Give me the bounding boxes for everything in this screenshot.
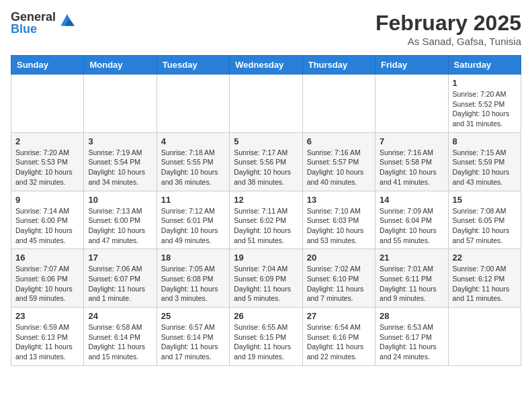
calendar-cell: 22Sunrise: 7:00 AM Sunset: 6:12 PM Dayli… (448, 249, 521, 308)
day-of-week-header: Monday (84, 56, 157, 75)
day-info: Sunrise: 7:17 AM Sunset: 5:56 PM Dayligh… (234, 148, 298, 187)
calendar-cell: 7Sunrise: 7:16 AM Sunset: 5:58 PM Daylig… (375, 132, 448, 191)
day-number: 4 (161, 136, 225, 146)
day-info: Sunrise: 7:11 AM Sunset: 6:02 PM Dayligh… (234, 206, 298, 246)
day-info: Sunrise: 7:05 AM Sunset: 6:08 PM Dayligh… (161, 264, 225, 304)
day-info: Sunrise: 7:13 AM Sunset: 6:00 PM Dayligh… (88, 206, 152, 246)
day-info: Sunrise: 7:00 AM Sunset: 6:12 PM Dayligh… (453, 264, 517, 304)
day-number: 11 (161, 195, 225, 205)
day-of-week-header: Wednesday (230, 56, 302, 75)
logo-general-text: General (11, 11, 56, 23)
calendar-week-row: 16Sunrise: 7:07 AM Sunset: 6:06 PM Dayli… (11, 249, 521, 308)
calendar-cell: 5Sunrise: 7:17 AM Sunset: 5:56 PM Daylig… (230, 132, 302, 191)
day-number: 22 (453, 253, 517, 263)
calendar-cell (157, 75, 229, 133)
calendar-cell (302, 75, 375, 133)
calendar-cell: 24Sunrise: 6:58 AM Sunset: 6:14 PM Dayli… (84, 308, 157, 366)
day-number: 17 (88, 253, 152, 263)
calendar-cell: 17Sunrise: 7:06 AM Sunset: 6:07 PM Dayli… (84, 249, 157, 308)
calendar-cell: 6Sunrise: 7:16 AM Sunset: 5:57 PM Daylig… (302, 132, 375, 191)
calendar-header-row: SundayMondayTuesdayWednesdayThursdayFrid… (11, 56, 521, 75)
day-number: 21 (380, 253, 443, 263)
day-number: 6 (307, 136, 371, 146)
day-number: 8 (453, 136, 517, 146)
day-number: 27 (307, 311, 371, 321)
day-info: Sunrise: 7:20 AM Sunset: 5:53 PM Dayligh… (15, 148, 79, 187)
day-info: Sunrise: 6:58 AM Sunset: 6:14 PM Dayligh… (88, 322, 152, 362)
day-number: 5 (234, 136, 298, 146)
day-number: 16 (15, 253, 79, 263)
calendar-cell: 18Sunrise: 7:05 AM Sunset: 6:08 PM Dayli… (157, 249, 229, 308)
day-info: Sunrise: 7:15 AM Sunset: 5:59 PM Dayligh… (453, 148, 517, 187)
calendar-cell (448, 308, 521, 366)
calendar-cell: 11Sunrise: 7:12 AM Sunset: 6:01 PM Dayli… (157, 191, 229, 249)
page-header: General Blue February 2025 As Sanad, Gaf… (11, 11, 521, 47)
calendar-cell: 4Sunrise: 7:18 AM Sunset: 5:55 PM Daylig… (157, 132, 229, 191)
day-info: Sunrise: 6:53 AM Sunset: 6:17 PM Dayligh… (380, 322, 443, 362)
day-of-week-header: Thursday (302, 56, 375, 75)
day-number: 24 (88, 311, 152, 321)
calendar-cell: 16Sunrise: 7:07 AM Sunset: 6:06 PM Dayli… (11, 249, 84, 308)
day-number: 14 (380, 195, 443, 205)
day-info: Sunrise: 6:55 AM Sunset: 6:15 PM Dayligh… (234, 322, 298, 362)
day-of-week-header: Saturday (448, 56, 521, 75)
calendar-cell: 26Sunrise: 6:55 AM Sunset: 6:15 PM Dayli… (230, 308, 302, 366)
day-number: 9 (15, 195, 79, 205)
day-number: 23 (15, 311, 79, 321)
day-info: Sunrise: 7:16 AM Sunset: 5:58 PM Dayligh… (380, 148, 443, 187)
calendar-cell (375, 75, 448, 133)
day-of-week-header: Sunday (11, 56, 84, 75)
calendar-cell: 3Sunrise: 7:19 AM Sunset: 5:54 PM Daylig… (84, 132, 157, 191)
calendar-week-row: 1Sunrise: 7:20 AM Sunset: 5:52 PM Daylig… (11, 75, 521, 133)
calendar-cell: 27Sunrise: 6:54 AM Sunset: 6:16 PM Dayli… (302, 308, 375, 366)
calendar-cell: 2Sunrise: 7:20 AM Sunset: 5:53 PM Daylig… (11, 132, 84, 191)
calendar-cell: 23Sunrise: 6:59 AM Sunset: 6:13 PM Dayli… (11, 308, 84, 366)
day-info: Sunrise: 7:12 AM Sunset: 6:01 PM Dayligh… (161, 206, 225, 246)
logo-icon (60, 12, 75, 27)
day-info: Sunrise: 7:18 AM Sunset: 5:55 PM Dayligh… (161, 148, 225, 187)
logo-blue-text: Blue (11, 23, 56, 35)
day-info: Sunrise: 7:14 AM Sunset: 6:00 PM Dayligh… (15, 206, 79, 246)
day-info: Sunrise: 7:09 AM Sunset: 6:04 PM Dayligh… (380, 206, 443, 246)
calendar-cell: 10Sunrise: 7:13 AM Sunset: 6:00 PM Dayli… (84, 191, 157, 249)
day-of-week-header: Friday (375, 56, 448, 75)
calendar-cell: 14Sunrise: 7:09 AM Sunset: 6:04 PM Dayli… (375, 191, 448, 249)
day-number: 10 (88, 195, 152, 205)
calendar-cell: 21Sunrise: 7:01 AM Sunset: 6:11 PM Dayli… (375, 249, 448, 308)
day-number: 1 (453, 78, 517, 88)
day-number: 18 (161, 253, 225, 263)
calendar-cell: 28Sunrise: 6:53 AM Sunset: 6:17 PM Dayli… (375, 308, 448, 366)
day-number: 15 (453, 195, 517, 205)
day-info: Sunrise: 7:10 AM Sunset: 6:03 PM Dayligh… (307, 206, 371, 246)
calendar-cell: 8Sunrise: 7:15 AM Sunset: 5:59 PM Daylig… (448, 132, 521, 191)
calendar-cell: 15Sunrise: 7:08 AM Sunset: 6:05 PM Dayli… (448, 191, 521, 249)
calendar-week-row: 2Sunrise: 7:20 AM Sunset: 5:53 PM Daylig… (11, 132, 521, 191)
day-number: 28 (380, 311, 443, 321)
calendar-cell: 9Sunrise: 7:14 AM Sunset: 6:00 PM Daylig… (11, 191, 84, 249)
day-number: 19 (234, 253, 298, 263)
day-info: Sunrise: 7:08 AM Sunset: 6:05 PM Dayligh… (453, 206, 517, 246)
calendar-cell (230, 75, 302, 133)
calendar-cell (84, 75, 157, 133)
day-info: Sunrise: 7:19 AM Sunset: 5:54 PM Dayligh… (88, 148, 152, 187)
logo: General Blue (11, 11, 75, 35)
day-info: Sunrise: 6:54 AM Sunset: 6:16 PM Dayligh… (307, 322, 371, 362)
day-number: 26 (234, 311, 298, 321)
day-info: Sunrise: 7:20 AM Sunset: 5:52 PM Dayligh… (453, 89, 517, 129)
calendar-title: February 2025 (375, 11, 521, 36)
title-block: February 2025 As Sanad, Gafsa, Tunisia (375, 11, 521, 47)
calendar-cell: 19Sunrise: 7:04 AM Sunset: 6:09 PM Dayli… (230, 249, 302, 308)
calendar-table: SundayMondayTuesdayWednesdayThursdayFrid… (11, 55, 521, 366)
calendar-cell: 20Sunrise: 7:02 AM Sunset: 6:10 PM Dayli… (302, 249, 375, 308)
day-info: Sunrise: 7:16 AM Sunset: 5:57 PM Dayligh… (307, 148, 371, 187)
calendar-location: As Sanad, Gafsa, Tunisia (375, 36, 521, 47)
calendar-week-row: 23Sunrise: 6:59 AM Sunset: 6:13 PM Dayli… (11, 308, 521, 366)
calendar-cell: 1Sunrise: 7:20 AM Sunset: 5:52 PM Daylig… (448, 75, 521, 133)
day-number: 20 (307, 253, 371, 263)
day-number: 2 (15, 136, 79, 146)
calendar-week-row: 9Sunrise: 7:14 AM Sunset: 6:00 PM Daylig… (11, 191, 521, 249)
day-info: Sunrise: 7:07 AM Sunset: 6:06 PM Dayligh… (15, 264, 79, 304)
day-number: 3 (88, 136, 152, 146)
day-number: 7 (380, 136, 443, 146)
calendar-cell: 12Sunrise: 7:11 AM Sunset: 6:02 PM Dayli… (230, 191, 302, 249)
